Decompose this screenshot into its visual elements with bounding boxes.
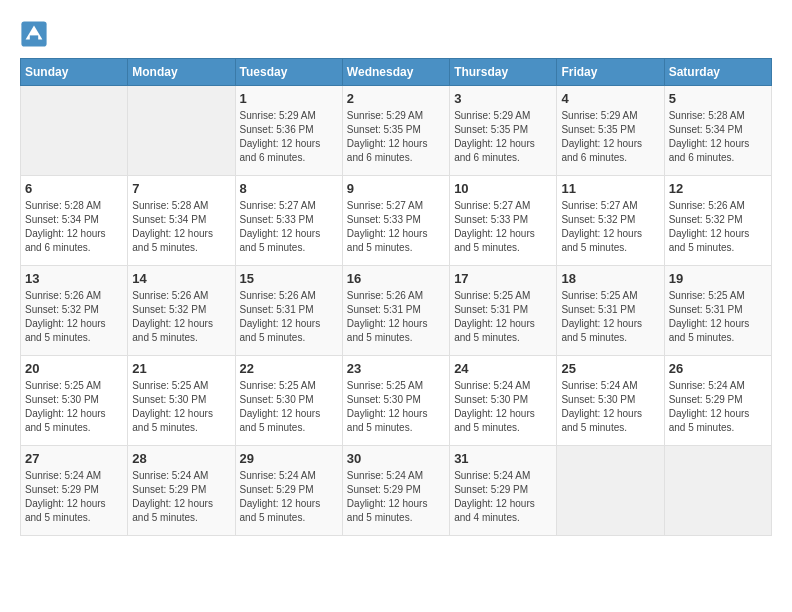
day-number: 9: [347, 181, 445, 196]
day-number: 1: [240, 91, 338, 106]
day-info: Sunrise: 5:25 AM Sunset: 5:30 PM Dayligh…: [240, 379, 338, 435]
calendar-cell: 3Sunrise: 5:29 AM Sunset: 5:35 PM Daylig…: [450, 86, 557, 176]
day-info: Sunrise: 5:24 AM Sunset: 5:29 PM Dayligh…: [240, 469, 338, 525]
column-header-thursday: Thursday: [450, 59, 557, 86]
day-number: 12: [669, 181, 767, 196]
day-info: Sunrise: 5:29 AM Sunset: 5:36 PM Dayligh…: [240, 109, 338, 165]
day-info: Sunrise: 5:25 AM Sunset: 5:30 PM Dayligh…: [25, 379, 123, 435]
day-number: 21: [132, 361, 230, 376]
day-number: 16: [347, 271, 445, 286]
day-number: 20: [25, 361, 123, 376]
calendar-cell: 5Sunrise: 5:28 AM Sunset: 5:34 PM Daylig…: [664, 86, 771, 176]
day-info: Sunrise: 5:24 AM Sunset: 5:29 PM Dayligh…: [669, 379, 767, 435]
calendar-cell: 21Sunrise: 5:25 AM Sunset: 5:30 PM Dayli…: [128, 356, 235, 446]
day-info: Sunrise: 5:27 AM Sunset: 5:33 PM Dayligh…: [347, 199, 445, 255]
day-info: Sunrise: 5:24 AM Sunset: 5:29 PM Dayligh…: [454, 469, 552, 525]
calendar-cell: [128, 86, 235, 176]
column-header-saturday: Saturday: [664, 59, 771, 86]
day-info: Sunrise: 5:25 AM Sunset: 5:30 PM Dayligh…: [347, 379, 445, 435]
day-number: 2: [347, 91, 445, 106]
day-number: 25: [561, 361, 659, 376]
calendar-cell: 31Sunrise: 5:24 AM Sunset: 5:29 PM Dayli…: [450, 446, 557, 536]
day-info: Sunrise: 5:28 AM Sunset: 5:34 PM Dayligh…: [25, 199, 123, 255]
column-header-sunday: Sunday: [21, 59, 128, 86]
page-header: [20, 20, 772, 48]
day-info: Sunrise: 5:24 AM Sunset: 5:29 PM Dayligh…: [25, 469, 123, 525]
day-number: 13: [25, 271, 123, 286]
calendar-cell: 25Sunrise: 5:24 AM Sunset: 5:30 PM Dayli…: [557, 356, 664, 446]
day-number: 10: [454, 181, 552, 196]
calendar-cell: 12Sunrise: 5:26 AM Sunset: 5:32 PM Dayli…: [664, 176, 771, 266]
column-header-monday: Monday: [128, 59, 235, 86]
calendar-cell: 24Sunrise: 5:24 AM Sunset: 5:30 PM Dayli…: [450, 356, 557, 446]
week-row-2: 6Sunrise: 5:28 AM Sunset: 5:34 PM Daylig…: [21, 176, 772, 266]
svg-rect-2: [30, 35, 38, 41]
calendar-cell: 26Sunrise: 5:24 AM Sunset: 5:29 PM Dayli…: [664, 356, 771, 446]
day-info: Sunrise: 5:25 AM Sunset: 5:30 PM Dayligh…: [132, 379, 230, 435]
calendar-cell: 29Sunrise: 5:24 AM Sunset: 5:29 PM Dayli…: [235, 446, 342, 536]
day-info: Sunrise: 5:26 AM Sunset: 5:31 PM Dayligh…: [347, 289, 445, 345]
calendar-cell: 23Sunrise: 5:25 AM Sunset: 5:30 PM Dayli…: [342, 356, 449, 446]
day-number: 26: [669, 361, 767, 376]
day-info: Sunrise: 5:29 AM Sunset: 5:35 PM Dayligh…: [454, 109, 552, 165]
week-row-4: 20Sunrise: 5:25 AM Sunset: 5:30 PM Dayli…: [21, 356, 772, 446]
calendar-cell: 22Sunrise: 5:25 AM Sunset: 5:30 PM Dayli…: [235, 356, 342, 446]
column-header-wednesday: Wednesday: [342, 59, 449, 86]
day-info: Sunrise: 5:26 AM Sunset: 5:32 PM Dayligh…: [25, 289, 123, 345]
day-number: 15: [240, 271, 338, 286]
day-info: Sunrise: 5:26 AM Sunset: 5:32 PM Dayligh…: [132, 289, 230, 345]
day-info: Sunrise: 5:27 AM Sunset: 5:33 PM Dayligh…: [454, 199, 552, 255]
calendar-cell: 10Sunrise: 5:27 AM Sunset: 5:33 PM Dayli…: [450, 176, 557, 266]
day-number: 8: [240, 181, 338, 196]
week-row-1: 1Sunrise: 5:29 AM Sunset: 5:36 PM Daylig…: [21, 86, 772, 176]
column-header-tuesday: Tuesday: [235, 59, 342, 86]
day-number: 30: [347, 451, 445, 466]
day-info: Sunrise: 5:27 AM Sunset: 5:33 PM Dayligh…: [240, 199, 338, 255]
day-number: 27: [25, 451, 123, 466]
day-info: Sunrise: 5:26 AM Sunset: 5:31 PM Dayligh…: [240, 289, 338, 345]
day-number: 4: [561, 91, 659, 106]
logo: [20, 20, 52, 48]
calendar-cell: 20Sunrise: 5:25 AM Sunset: 5:30 PM Dayli…: [21, 356, 128, 446]
calendar-cell: 1Sunrise: 5:29 AM Sunset: 5:36 PM Daylig…: [235, 86, 342, 176]
day-info: Sunrise: 5:24 AM Sunset: 5:30 PM Dayligh…: [454, 379, 552, 435]
day-info: Sunrise: 5:25 AM Sunset: 5:31 PM Dayligh…: [561, 289, 659, 345]
day-number: 24: [454, 361, 552, 376]
calendar-cell: 28Sunrise: 5:24 AM Sunset: 5:29 PM Dayli…: [128, 446, 235, 536]
calendar-cell: 11Sunrise: 5:27 AM Sunset: 5:32 PM Dayli…: [557, 176, 664, 266]
calendar-cell: 19Sunrise: 5:25 AM Sunset: 5:31 PM Dayli…: [664, 266, 771, 356]
calendar-cell: 6Sunrise: 5:28 AM Sunset: 5:34 PM Daylig…: [21, 176, 128, 266]
day-info: Sunrise: 5:28 AM Sunset: 5:34 PM Dayligh…: [669, 109, 767, 165]
day-info: Sunrise: 5:24 AM Sunset: 5:29 PM Dayligh…: [132, 469, 230, 525]
day-number: 3: [454, 91, 552, 106]
day-number: 23: [347, 361, 445, 376]
calendar-cell: 30Sunrise: 5:24 AM Sunset: 5:29 PM Dayli…: [342, 446, 449, 536]
calendar-header-row: SundayMondayTuesdayWednesdayThursdayFrid…: [21, 59, 772, 86]
calendar-table: SundayMondayTuesdayWednesdayThursdayFrid…: [20, 58, 772, 536]
calendar-cell: 7Sunrise: 5:28 AM Sunset: 5:34 PM Daylig…: [128, 176, 235, 266]
calendar-cell: 14Sunrise: 5:26 AM Sunset: 5:32 PM Dayli…: [128, 266, 235, 356]
calendar-cell: 16Sunrise: 5:26 AM Sunset: 5:31 PM Dayli…: [342, 266, 449, 356]
calendar-cell: 18Sunrise: 5:25 AM Sunset: 5:31 PM Dayli…: [557, 266, 664, 356]
day-number: 31: [454, 451, 552, 466]
day-info: Sunrise: 5:24 AM Sunset: 5:29 PM Dayligh…: [347, 469, 445, 525]
calendar-cell: [557, 446, 664, 536]
day-number: 17: [454, 271, 552, 286]
day-number: 14: [132, 271, 230, 286]
day-info: Sunrise: 5:29 AM Sunset: 5:35 PM Dayligh…: [347, 109, 445, 165]
day-info: Sunrise: 5:28 AM Sunset: 5:34 PM Dayligh…: [132, 199, 230, 255]
day-info: Sunrise: 5:26 AM Sunset: 5:32 PM Dayligh…: [669, 199, 767, 255]
column-header-friday: Friday: [557, 59, 664, 86]
week-row-5: 27Sunrise: 5:24 AM Sunset: 5:29 PM Dayli…: [21, 446, 772, 536]
day-info: Sunrise: 5:24 AM Sunset: 5:30 PM Dayligh…: [561, 379, 659, 435]
day-info: Sunrise: 5:29 AM Sunset: 5:35 PM Dayligh…: [561, 109, 659, 165]
day-info: Sunrise: 5:25 AM Sunset: 5:31 PM Dayligh…: [454, 289, 552, 345]
day-number: 29: [240, 451, 338, 466]
calendar-cell: 17Sunrise: 5:25 AM Sunset: 5:31 PM Dayli…: [450, 266, 557, 356]
calendar-cell: [664, 446, 771, 536]
week-row-3: 13Sunrise: 5:26 AM Sunset: 5:32 PM Dayli…: [21, 266, 772, 356]
logo-icon: [20, 20, 48, 48]
day-number: 19: [669, 271, 767, 286]
calendar-cell: 4Sunrise: 5:29 AM Sunset: 5:35 PM Daylig…: [557, 86, 664, 176]
day-info: Sunrise: 5:25 AM Sunset: 5:31 PM Dayligh…: [669, 289, 767, 345]
